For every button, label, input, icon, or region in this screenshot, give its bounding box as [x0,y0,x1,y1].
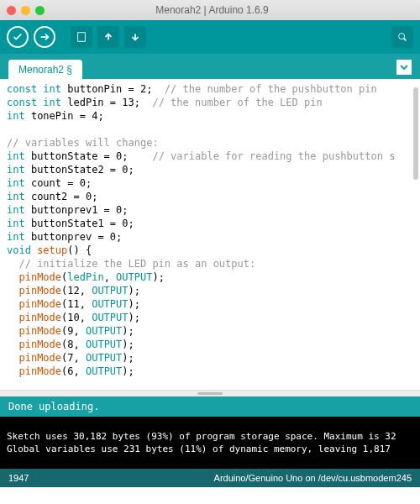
tab-bar: Menorah2 § [0,54,420,79]
open-button[interactable] [97,26,119,48]
console-line: Global variables use 231 bytes (11%) of … [7,443,413,455]
serial-monitor-button[interactable] [391,26,413,48]
traffic-lights [7,6,45,15]
code-editor[interactable]: const int buttonPin = 2; // the number o… [0,79,420,390]
status-text: Done uploading. [8,401,99,412]
svg-rect-0 [78,33,86,42]
board-info: Arduino/Genuino Uno on /dev/cu.usbmodem2… [214,473,412,483]
zoom-icon[interactable] [35,6,45,15]
close-icon[interactable] [7,6,16,15]
line-number: 1947 [8,473,29,483]
console[interactable]: Sketch uses 30,182 bytes (93%) of progra… [0,417,420,469]
minimize-icon[interactable] [21,6,30,15]
upload-button[interactable] [34,26,55,48]
verify-button[interactable] [7,26,29,48]
tab-menu-button[interactable] [396,60,412,75]
titlebar: Menorah2 | Arduino 1.6.9 [0,0,420,20]
console-line: Sketch uses 30,182 bytes (93%) of progra… [7,430,413,443]
tab-sketch[interactable]: Menorah2 § [8,60,82,79]
status-bar: Done uploading. [0,396,420,417]
save-button[interactable] [124,26,146,48]
svg-point-1 [399,34,405,39]
window-title: Menorah2 | Arduino 1.6.9 [45,4,380,16]
toolbar [0,20,420,54]
splitter[interactable] [0,390,420,396]
new-button[interactable] [71,26,92,48]
bottom-bar: 1947 Arduino/Genuino Uno on /dev/cu.usbm… [0,469,420,487]
